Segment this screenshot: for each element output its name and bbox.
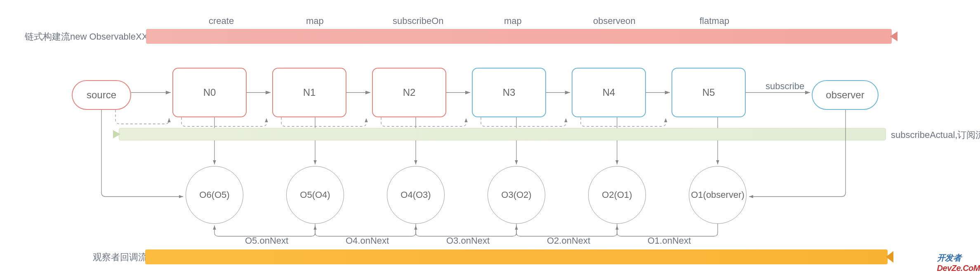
top-bar-red xyxy=(146,29,892,44)
onnext-4: O4.onNext xyxy=(346,235,389,246)
subscribe-label: subscribe xyxy=(766,81,804,92)
watermark: 开发者 DevZe.CoM xyxy=(937,252,980,273)
op-label-flatmap: flatmap xyxy=(700,16,729,26)
onnext-2: O2.onNext xyxy=(547,235,590,246)
circle-o3: O3(O2) xyxy=(488,166,545,224)
op-label-observeon: observeon xyxy=(593,16,636,26)
bottom-bar-label: 观察者回调流 xyxy=(93,251,147,264)
node-n5: N5 xyxy=(671,68,746,117)
node-n3: N3 xyxy=(472,68,546,117)
onnext-3: O3.onNext xyxy=(446,235,490,246)
circle-o1: O1(observer) xyxy=(689,166,747,224)
op-label-map2: map xyxy=(504,16,522,26)
onnext-5: O5.onNext xyxy=(245,235,288,246)
node-n4: N4 xyxy=(572,68,646,117)
mid-bar-label: subscribeActual,订阅流 xyxy=(891,129,980,141)
top-bar-label: 链式构建流new ObservableXXX xyxy=(25,31,154,43)
circle-o2: O2(O1) xyxy=(588,166,646,224)
node-observer: observer xyxy=(812,80,879,110)
op-label-subscribeOn: subscribeOn xyxy=(393,16,444,26)
circle-o4: O4(O3) xyxy=(387,166,445,224)
node-n2: N2 xyxy=(372,68,446,117)
bottom-bar-orange xyxy=(145,249,888,264)
op-label-create: create xyxy=(209,16,234,26)
node-n1: N1 xyxy=(272,68,346,117)
onnext-1: O1.onNext xyxy=(648,235,691,246)
circle-o6: O6(O5) xyxy=(186,166,243,224)
circle-o5: O5(O4) xyxy=(286,166,344,224)
mid-bar-green xyxy=(119,128,886,140)
node-n0: N0 xyxy=(172,68,247,117)
op-label-map1: map xyxy=(306,16,324,26)
node-source: source xyxy=(72,80,131,110)
